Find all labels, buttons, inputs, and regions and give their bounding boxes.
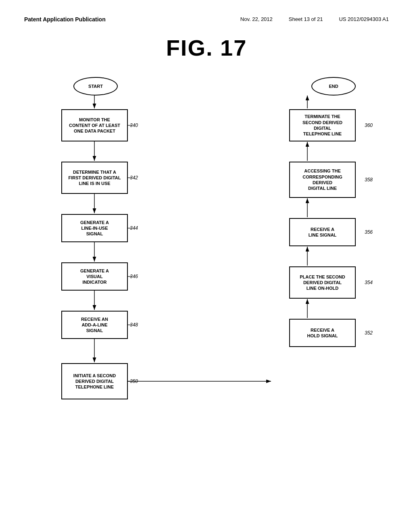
page: Patent Application Publication Nov. 22, …	[0, 0, 413, 532]
node-342: DETERMINE THAT A FIRST DERIVED DIGITAL L…	[61, 162, 128, 194]
label-356: 356	[365, 229, 373, 235]
label-354: 354	[365, 280, 373, 285]
label-344: 344	[130, 225, 138, 231]
node-348: RECEIVE AN ADD-A-LINE SIGNAL	[61, 311, 128, 339]
publication-label: Patent Application Publication	[24, 16, 106, 23]
node-340: MONITOR THE CONTENT OF AT LEAST ONE DATA…	[61, 109, 128, 141]
page-header: Patent Application Publication Nov. 22, …	[24, 16, 389, 23]
start-node: START	[73, 77, 118, 96]
end-node: END	[311, 77, 356, 96]
label-342: 342	[130, 175, 138, 181]
label-348: 348	[130, 322, 138, 328]
node-354: PLACE THE SECOND DERIVED DIGITAL LINE ON…	[289, 266, 356, 299]
label-340: 340	[130, 123, 138, 128]
node-350: INITIATE A SECOND DERIVED DIGITAL TELEPH…	[61, 363, 128, 399]
node-344: GENERATE A LINE-IN-USE SIGNAL	[61, 214, 128, 242]
label-352: 352	[365, 330, 373, 336]
node-346: GENERATE A VISUAL INDICATOR	[61, 262, 128, 291]
header-sheet: Sheet 13 of 21	[289, 16, 323, 22]
flowchart: START END MONITOR THE CONTENT OF AT LEAS…	[33, 77, 380, 460]
node-360: TERMINATE THE SECOND DERIVED DIGITAL TEL…	[289, 109, 356, 141]
header-info: Nov. 22, 2012 Sheet 13 of 21 US 2012/029…	[240, 16, 389, 22]
label-358: 358	[365, 177, 373, 183]
label-350: 350	[130, 378, 138, 384]
node-358: ACCESSING THE CORRESPONDING DERIVED DIGI…	[289, 162, 356, 198]
label-360: 360	[365, 123, 373, 128]
label-346: 346	[130, 274, 138, 279]
header-patent: US 2012/0294303 A1	[339, 16, 389, 22]
node-352: RECEIVE A HOLD SIGNAL	[289, 319, 356, 347]
figure-title: FIG. 17	[24, 35, 389, 61]
node-356: RECEIVE A LINE SIGNAL	[289, 218, 356, 246]
header-date: Nov. 22, 2012	[240, 16, 273, 22]
